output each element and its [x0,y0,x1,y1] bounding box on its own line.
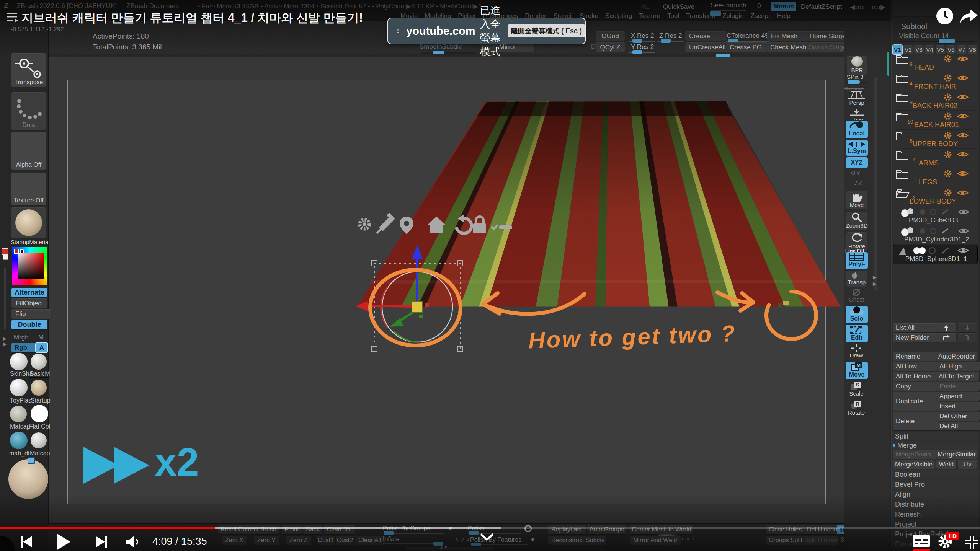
polypaint-gear-icon[interactable] [943,169,952,178]
merge-visible-button[interactable]: MergeVisible [893,460,935,469]
delete-button[interactable]: Delete [893,412,938,430]
exit-fullscreen-button[interactable]: 離開全螢幕模式 ( Esc ) [508,24,585,37]
visibility-eye-icon[interactable] [958,227,969,235]
zero-z-button[interactable]: Zero Z [286,536,311,545]
close-holes-button[interactable]: Close Holes [766,525,805,534]
polypaint-gear-icon[interactable] [943,54,952,64]
texture-selector[interactable]: Texture Off [11,172,47,205]
current-material-sphere[interactable] [8,459,48,499]
v2-button[interactable]: V2 [903,45,913,54]
menu-transform[interactable]: Transform [686,12,715,20]
visibility-eye-icon[interactable] [957,151,969,158]
smooth-subdiv-track[interactable] [421,52,476,54]
back-button[interactable]: Back [303,525,322,534]
reconstruct-subdiv-button[interactable]: Reconstruct Subdiv [548,536,606,545]
stroke-dots-tool[interactable]: Dots [11,92,47,130]
subtool-row-cylinder[interactable]: PM3D_Cylinder3D1_2 [893,226,978,245]
menu-sculpting[interactable]: Sculpting [605,12,632,20]
subtool-title[interactable]: Subtool [901,22,927,31]
replay-last-button[interactable]: ReplayLast [548,525,586,534]
visible-count-thumb[interactable] [939,39,955,43]
left-tray-arrows[interactable]: ▶▶ [3,336,7,347]
subtool-row-lower-body[interactable]: 2 LOWER BODY [893,187,977,206]
uv-button[interactable]: Uv [958,460,977,469]
clear-all-button[interactable]: Clear All [355,536,385,545]
material-handle[interactable] [28,457,35,464]
next-video-button[interactable] [94,536,109,548]
material-startup[interactable] [31,380,47,396]
auto-reorder-button[interactable]: AutoReorder [936,352,977,361]
crease-button[interactable]: Crease [685,31,727,41]
remesh-section[interactable]: Remesh [892,510,980,518]
move-out-folder-button[interactable] [936,333,956,342]
zoom3d-button[interactable]: Zoom3D [846,211,867,230]
v4-button[interactable]: V4 [925,45,934,54]
rot-y-ghost[interactable]: ↺Y [851,169,861,177]
visibility-eye-icon[interactable] [958,208,969,216]
polypaint-gear-icon[interactable] [943,131,952,140]
append-button[interactable]: Append [936,392,980,401]
del-hidden-button[interactable]: Del Hidden [804,525,838,534]
right-shelf-scrollbar[interactable] [874,77,877,291]
rgb-button[interactable]: Rgb [11,343,37,352]
list-all-button[interactable]: List All [893,323,938,332]
crease-pg-button[interactable]: Crease PG [726,42,768,52]
cust2-button[interactable]: Cust2 [336,536,354,545]
check-mesh-in-button[interactable]: Check Mesh In [767,42,809,52]
draw-button[interactable]: Draw [846,344,867,360]
distribute-section[interactable]: Distribute [892,500,980,509]
menu-texture[interactable]: Texture [639,12,660,20]
zero-y-button[interactable]: Zero Y [254,536,279,545]
alternate-button[interactable]: Alternate [11,288,47,297]
visibility-eye-icon[interactable] [957,74,969,82]
edit-button[interactable]: Edit [845,324,868,343]
qgrid-button[interactable]: QGrid [596,31,625,41]
material-mahdi[interactable] [10,432,28,449]
alpha-selector[interactable]: Alpha Off [11,132,47,170]
boolean-section[interactable]: Boolean [892,470,980,479]
primary-color-swatch[interactable] [2,248,8,255]
split-section[interactable]: Split [892,432,980,440]
subtool-row-cube[interactable]: PM3D_Cube3D3 [893,207,978,225]
del-other-button[interactable]: Del Other [936,412,980,421]
polypaint-toggle-icons[interactable] [912,247,951,254]
nav-right-icon[interactable]: ɪɪɪɪ▶ [871,3,885,11]
split-hidden-button[interactable]: Split Hidden [804,536,838,545]
material-basic[interactable] [31,354,47,370]
menu-help[interactable]: Help [777,12,791,20]
menu-tool[interactable]: Tool [667,12,679,20]
inflate-slider[interactable]: Inflate [383,536,400,543]
clear-to-button[interactable]: Clear To [324,525,355,534]
material-matcap-gray[interactable] [10,406,27,422]
visibility-eye-icon[interactable] [957,170,969,178]
video-title[interactable]: 지브러쉬 캐릭터 만들기 튜토리얼 챕터 4_1 / 치마와 신발 만들기! [21,10,363,26]
mrgb-label[interactable]: Mrgb [14,334,29,341]
solo-button[interactable]: Solo [845,305,868,324]
lsym-button[interactable]: L.Sym [845,139,868,156]
polyf-button[interactable]: PolyF [845,252,868,269]
all-to-home-button[interactable]: All To Home [893,372,938,381]
move-view-button[interactable]: Move [846,191,867,210]
spix-thumb[interactable] [848,80,860,84]
subtool-row-upper-body[interactable]: 6 UPPER BODY [893,130,977,149]
left-tray-scrollbar[interactable] [4,268,6,329]
v5-button[interactable]: V5 [936,45,945,54]
duplicate-button[interactable]: Duplicate [893,392,938,411]
menus-toggle[interactable]: Menus [771,2,796,11]
move-down-button[interactable] [958,323,977,332]
play-button[interactable] [56,533,70,550]
polypaint-gear-icon[interactable] [943,150,952,159]
front-button[interactable]: Front [282,525,302,534]
xres-thumb[interactable] [632,39,642,43]
visibility-eye-icon[interactable] [957,247,969,254]
move-up-button[interactable] [936,323,956,332]
bottom-scroll-strip[interactable] [406,547,494,550]
subtool-row-legs[interactable]: 1 LEGS [893,168,977,187]
transpose-tool[interactable]: Transpose [11,53,47,87]
merge-similar-button[interactable]: MergeSimilar [936,450,977,459]
weld-button[interactable]: Weld [936,460,956,469]
zres-thumb[interactable] [661,39,671,43]
visibility-eye-icon[interactable] [957,55,969,63]
polish-by-groups-thumb[interactable] [384,531,394,535]
material-selector[interactable] [11,207,47,238]
